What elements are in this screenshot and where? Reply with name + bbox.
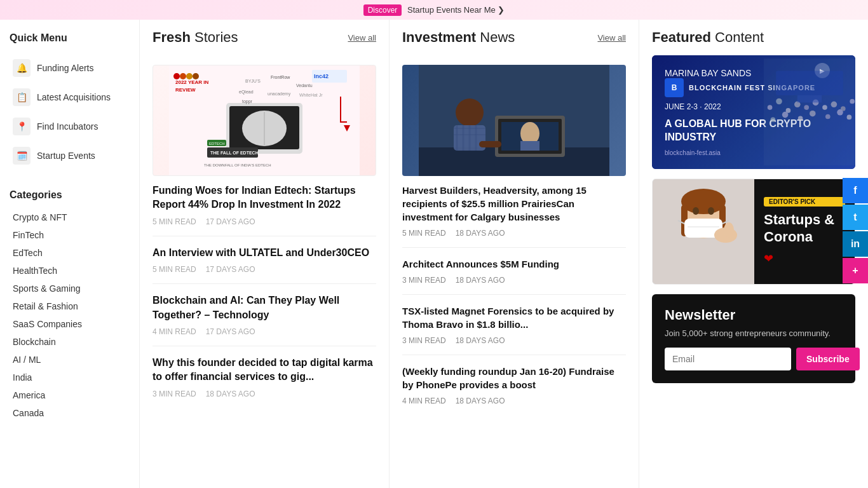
sidebar-item-startup-events[interactable]: 🗓️ Startup Events — [10, 141, 130, 170]
svg-text:EDTECH: EDTECH — [209, 142, 225, 146]
article-card[interactable]: Blockchain and AI: Can They Play Well To… — [153, 284, 376, 346]
svg-point-3 — [173, 73, 180, 79]
featured-content-title: Featured Content — [652, 29, 764, 46]
blockchain-fest-ad[interactable]: MARINA BAY SANDS ▶ B BLOCKCHAIN FEST SIN… — [652, 55, 855, 169]
article-title[interactable]: An Interview with ULTATEL and Under30CEO — [153, 246, 376, 260]
corona-ad-logo-icon: ❤ — [764, 252, 845, 266]
facebook-share-button[interactable]: f — [843, 178, 868, 203]
investment-article-title[interactable]: (Weekly funding roundup Jan 16-20) Fundr… — [402, 365, 626, 391]
discover-badge[interactable]: Discover — [363, 4, 402, 16]
svg-point-58 — [825, 114, 831, 119]
corona-ad-image — [653, 179, 754, 284]
svg-rect-42 — [479, 141, 501, 147]
edtech-article-image: 2022 YEAR IN REVIEW — [153, 65, 376, 176]
svg-text:toppr: toppr — [242, 99, 253, 104]
article-card[interactable]: Why this founder decided to tap digital … — [153, 346, 376, 408]
category-canada[interactable]: Canada — [10, 404, 130, 422]
svg-text:unacademy: unacademy — [268, 92, 291, 97]
category-sports-gaming[interactable]: Sports & Gaming — [10, 280, 130, 297]
svg-point-59 — [837, 109, 843, 116]
svg-text:Inc42: Inc42 — [314, 73, 329, 79]
svg-point-45 — [776, 98, 782, 105]
category-india[interactable]: India — [10, 369, 130, 386]
linkedin-share-button[interactable]: in — [843, 231, 868, 257]
category-crypto-nft[interactable]: Crypto & NFT — [10, 208, 130, 226]
investment-article-meta: 3 MIN READ 18 DAYS AGO — [402, 276, 626, 285]
svg-text:Vedantu: Vedantu — [296, 83, 313, 88]
svg-text:WhiteHat Jr: WhiteHat Jr — [299, 93, 323, 97]
category-retail-fashion[interactable]: Retail & Fashion — [10, 297, 130, 315]
category-saas[interactable]: SaaS Companies — [10, 315, 130, 333]
subscribe-button[interactable]: Subscribe — [796, 348, 860, 370]
newsletter-form: Subscribe — [665, 348, 843, 370]
sidebar-item-find-incubators[interactable]: 📍 Find Incubators — [10, 112, 130, 141]
svg-point-6 — [193, 73, 199, 79]
svg-text:THE DOWNFALL OF INDIA'S EDTECH: THE DOWNFALL OF INDIA'S EDTECH — [204, 163, 271, 167]
svg-point-44 — [768, 105, 773, 110]
investment-article-card[interactable]: TSX-listed Magnet Forensics to be acquir… — [402, 295, 626, 355]
quick-menu-title: Quick Menu — [10, 32, 130, 44]
corona-ad-title: Startups & Corona — [764, 212, 845, 245]
newsletter-box: Newsletter Join 5,000+ strong entreprene… — [652, 294, 855, 383]
investment-news-view-all[interactable]: View all — [597, 33, 626, 43]
svg-point-50 — [822, 105, 827, 110]
newsletter-description: Join 5,000+ strong entrepreneurs communi… — [665, 329, 843, 338]
corona-ad-content: EDITOR'S PICK Startups & Corona ❤ — [754, 179, 855, 284]
svg-point-60 — [847, 115, 852, 120]
svg-point-4 — [180, 73, 186, 79]
article-card[interactable]: 2022 YEAR IN REVIEW — [153, 55, 376, 236]
category-blockchain[interactable]: Blockchain — [10, 333, 130, 351]
category-america[interactable]: America — [10, 386, 130, 404]
svg-point-54 — [771, 117, 776, 122]
category-fintech[interactable]: FinTech — [10, 226, 130, 244]
svg-point-75 — [724, 222, 734, 238]
email-input[interactable] — [665, 348, 791, 370]
sidebar-item-funding-alerts[interactable]: 🔔 Funding Alerts — [10, 53, 130, 83]
editor-pick-badge: EDITOR'S PICK — [764, 197, 845, 207]
investment-article-card[interactable]: (Weekly funding roundup Jan 16-20) Fundr… — [402, 355, 626, 415]
categories-title: Categories — [10, 189, 130, 201]
article-title[interactable]: Funding Woes for Indian Edtech: Startups… — [153, 184, 376, 212]
investment-article-title[interactable]: TSX-listed Magnet Forensics to be acquir… — [402, 304, 626, 331]
featured-content-header: Featured Content — [652, 29, 855, 46]
category-healthtech[interactable]: HealthTech — [10, 262, 130, 280]
category-edtech[interactable]: EdTech — [10, 244, 130, 262]
svg-rect-61 — [776, 71, 843, 95]
investment-news-column: Investment News View all — [390, 20, 639, 488]
startups-corona-ad[interactable]: EDITOR'S PICK Startups & Corona ❤ — [652, 179, 855, 285]
fresh-stories-title: Fresh Stories — [153, 29, 238, 46]
article-meta: 5 MIN READ 17 DAYS AGO — [153, 217, 376, 226]
main-content: Fresh Stories View all 2022 YEAR IN REVI… — [140, 20, 868, 488]
investment-article-meta: 4 MIN READ 18 DAYS AGO — [402, 396, 626, 405]
top-banner: Discover Startup Events Near Me ❯ — [0, 0, 868, 20]
find-incubators-icon: 📍 — [13, 118, 31, 135]
svg-point-55 — [782, 112, 789, 118]
sidebar-item-latest-acquisitions[interactable]: 📋 Latest Acquisitions — [10, 83, 130, 112]
blockchain-logo-b: B — [665, 78, 684, 97]
fresh-stories-view-all[interactable]: View all — [348, 33, 376, 43]
article-card[interactable]: An Interview with ULTATEL and Under30CEO… — [153, 236, 376, 284]
sidebar-item-label: Find Incubators — [37, 121, 98, 132]
investment-article-image — [402, 65, 626, 176]
investment-news-header: Investment News View all — [402, 29, 626, 46]
article-meta: 4 MIN READ 17 DAYS AGO — [153, 327, 376, 336]
banner-link[interactable]: Startup Events Near Me ❯ — [407, 5, 505, 15]
investment-article-title[interactable]: Architect Announces $5M Funding — [402, 257, 626, 271]
investment-article-title[interactable]: Harvest Builders, Headversity, among 15 … — [402, 184, 626, 224]
investment-article-card[interactable]: Harvest Builders, Headversity, among 15 … — [402, 55, 626, 248]
social-sidebar: f t in + — [843, 178, 868, 283]
svg-point-68 — [693, 207, 699, 215]
share-more-button[interactable]: + — [843, 258, 868, 283]
twitter-share-button[interactable]: t — [843, 205, 868, 230]
article-title[interactable]: Why this founder decided to tap digital … — [153, 356, 376, 384]
latest-acquisitions-icon: 📋 — [13, 88, 31, 106]
page-layout: Quick Menu 🔔 Funding Alerts 📋 Latest Acq… — [0, 20, 868, 488]
article-title[interactable]: Blockchain and AI: Can They Play Well To… — [153, 294, 376, 322]
quick-menu-items: 🔔 Funding Alerts 📋 Latest Acquisitions 📍… — [10, 53, 130, 170]
svg-text:REVIEW: REVIEW — [175, 87, 196, 93]
investment-article-card[interactable]: Architect Announces $5M Funding 3 MIN RE… — [402, 248, 626, 295]
svg-rect-33 — [520, 141, 539, 151]
investment-news-title: Investment News — [402, 29, 515, 46]
funding-alerts-icon: 🔔 — [13, 59, 31, 77]
category-ai-ml[interactable]: AI / ML — [10, 351, 130, 369]
